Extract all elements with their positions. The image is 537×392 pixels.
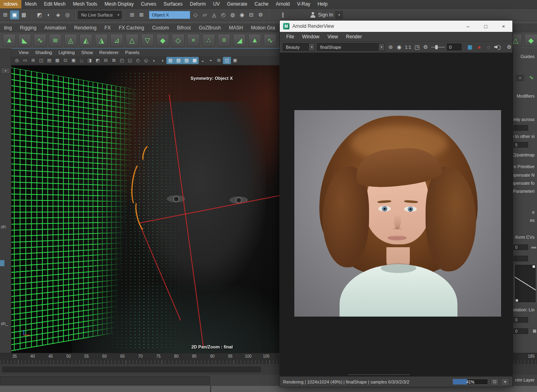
zoom-ratio-label[interactable]: 1:1 [405, 45, 411, 50]
render-icon[interactable]: ⊚ [387, 43, 394, 51]
viewport-toolbar-icon[interactable]: ◩ [94, 57, 102, 64]
modifiers-section-label[interactable]: Modifiers [516, 94, 535, 98]
viewport-toolbar-icon[interactable]: ◴ [134, 57, 142, 64]
attribute-field[interactable]: 0 [514, 328, 528, 334]
viewport-toolbar-icon[interactable]: ⊡ [61, 57, 69, 64]
viewport-toolbar-icon[interactable]: ▣ [69, 57, 78, 64]
snap-grid-icon[interactable]: ⊞ [128, 10, 136, 19]
shelf-tab[interactable]: Bifrost [173, 23, 195, 32]
shelf-tool-icon[interactable]: ⊿ [110, 34, 123, 47]
viewport-toolbar-icon[interactable]: ◎ [13, 57, 21, 64]
viewport-toolbar-icon[interactable]: ▤ [45, 57, 53, 64]
shelf-tab[interactable]: FX Caching [115, 23, 148, 32]
shelf-tool-icon[interactable]: ◆ [156, 34, 169, 47]
shelf-tool-icon[interactable]: ◢ [233, 34, 246, 47]
shelf-tool-icon[interactable]: × [187, 34, 200, 47]
viewport-toolbar-icon[interactable]: ◑ [158, 57, 166, 64]
viewport-toolbar-icon[interactable]: ⊞ [29, 57, 37, 64]
menu-item[interactable]: Help [314, 0, 331, 8]
maximize-button[interactable]: □ [477, 21, 495, 32]
viewport-toolbar-icon[interactable]: ⊟ [102, 57, 110, 64]
shelf-tool-icon[interactable]: ∴ [202, 34, 215, 47]
audio-icon[interactable] [494, 44, 501, 50]
history-icon[interactable]: ◴ [219, 10, 228, 19]
viewport-menu-item[interactable]: Show [78, 50, 96, 55]
shelf-tool-icon[interactable]: ▲ [3, 34, 16, 47]
viewport-toolbar-icon[interactable]: ◫ [37, 57, 45, 64]
menu-item[interactable]: Deform [186, 0, 209, 8]
menu-item[interactable]: Surfaces [160, 0, 186, 8]
shelf-tab[interactable]: Animation [40, 23, 70, 32]
shelf-tab[interactable]: GoZBrush [195, 23, 225, 32]
sign-in-dropdown[interactable]: ▾ [336, 11, 343, 19]
shelf-tool-icon[interactable]: ▲ [248, 34, 261, 47]
viewport-menu-item[interactable]: View [15, 50, 32, 55]
shelf-tab[interactable]: FX [101, 23, 115, 32]
renderview-menu-item[interactable]: Render [342, 34, 366, 40]
viewport-toolbar-icon[interactable]: ⊠ [110, 57, 118, 64]
snapshot-ring-icon[interactable]: ◌ [485, 43, 492, 51]
menu-item[interactable]: Arnold [272, 0, 294, 8]
attribute-field[interactable]: 0 [514, 317, 528, 323]
viewport-toolbar-icon[interactable]: ◓ [207, 57, 215, 64]
panel-chevron-dropdown[interactable]: ▾ [516, 75, 524, 81]
render-current-frame-icon[interactable]: ◍ [228, 10, 237, 19]
select-component-icon[interactable]: ▦ [19, 10, 28, 19]
viewport-menu-item[interactable]: Lighting [55, 50, 78, 55]
viewport-toolbar-icon[interactable]: ▭ [21, 57, 29, 64]
ramp-handle[interactable] [533, 265, 535, 268]
mask-surfaces-icon[interactable]: ◈ [54, 10, 63, 19]
menu-item[interactable]: ndows [0, 0, 21, 8]
mask-dynamics-icon[interactable]: ◎ [63, 10, 72, 19]
viewport-toolbar-icon[interactable]: ◫ [223, 57, 231, 64]
viewport-toolbar-icon[interactable]: ▥ [166, 57, 174, 64]
viewport-toolbar-icon[interactable]: ◒ [199, 57, 207, 64]
menu-item[interactable]: Mesh Display [101, 0, 137, 8]
pause-icon[interactable]: ∥ [281, 12, 284, 18]
mask-curves-icon[interactable]: ◐ [44, 10, 53, 19]
renderview-titlebar[interactable]: M Arnold RenderView – □ × [280, 21, 512, 32]
menu-item[interactable]: Curves [137, 0, 160, 8]
snap-plane-icon[interactable]: ▱ [200, 10, 209, 19]
close-button[interactable]: × [495, 21, 512, 32]
shelf-tool-icon[interactable]: ≋ [49, 34, 62, 47]
panel-layout-dropdown[interactable]: ▾ [1, 68, 10, 74]
exposure-slider[interactable] [431, 47, 445, 48]
render-region-icon[interactable]: ⊟ [247, 10, 256, 19]
viewport-toolbar-icon[interactable]: ◰ [118, 57, 126, 64]
shelf-tab[interactable]: Motion Gra [247, 23, 279, 32]
shelf-tab[interactable]: MASH [225, 23, 247, 32]
viewport-toolbar-icon[interactable]: ▧ [174, 57, 182, 64]
shelf-tab[interactable]: Rendering [70, 23, 100, 32]
range-slider-groove[interactable] [2, 367, 261, 372]
select-object-icon[interactable]: ▣ [10, 10, 19, 19]
shelf-tool-icon[interactable]: ◭ [80, 34, 92, 47]
attribute-field[interactable] [514, 256, 528, 261]
viewport-toolbar-icon[interactable]: ◱ [126, 57, 134, 64]
shelf-tab[interactable]: Custom [148, 23, 173, 32]
camera-dropdown[interactable]: finalShape ▾ [317, 43, 385, 51]
debug-shading-icon[interactable]: ⚙ [422, 43, 429, 51]
dock-handle-dots[interactable] [348, 374, 409, 375]
attribute-field[interactable]: 0 [514, 244, 528, 250]
symmetry-field[interactable]: Object X [149, 11, 190, 19]
menu-item[interactable]: Mesh [21, 0, 40, 8]
viewport-canvas[interactable]: Symmetry: Object X 2D Pan/Zoom : final [11, 65, 279, 353]
viewport-menu-item[interactable]: Shading [32, 50, 55, 55]
viewport-toolbar-icon[interactable]: ▩ [191, 57, 199, 64]
crop-region-icon[interactable]: ◳ [413, 43, 421, 51]
viewport-menu-item[interactable]: Renderer [96, 50, 122, 55]
snap-curve-icon[interactable]: ⊠ [137, 10, 146, 19]
render-settings-icon[interactable]: ⚙ [256, 10, 265, 19]
live-surface-dropdown[interactable]: No Live Surface ▾ [78, 11, 122, 19]
viewport-toolbar-icon[interactable]: ◵ [142, 57, 150, 64]
panel-tool-icon[interactable]: ∿ [527, 73, 536, 81]
exposure-field[interactable]: 0 [447, 44, 461, 50]
shelf-tool-icon[interactable]: ◬ [64, 34, 77, 47]
minimize-button[interactable]: – [459, 21, 477, 32]
attribute-field[interactable]: 5 [514, 142, 528, 148]
shelf-tool-icon[interactable]: △ [126, 34, 138, 47]
ramp-curve-widget[interactable] [514, 264, 536, 303]
viewport-toolbar-icon[interactable]: ◐ [150, 57, 158, 64]
menu-item[interactable]: V-Ray [294, 0, 314, 8]
